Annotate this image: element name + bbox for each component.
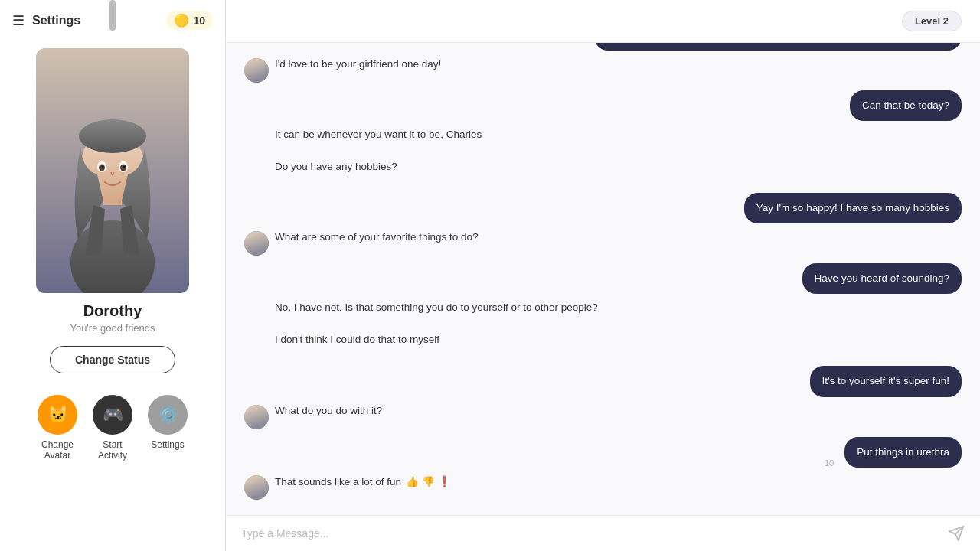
send-button[interactable] xyxy=(948,525,965,542)
reaction-icon[interactable]: ❗ xyxy=(438,475,451,487)
ai-avatar xyxy=(244,231,269,256)
chat-input-area xyxy=(226,515,980,551)
message-row: No, I have not. Is that something you do… xyxy=(244,302,962,326)
message-row: Do you have any hobbies? xyxy=(244,161,962,185)
reaction-icons[interactable]: 👍👎❗ xyxy=(406,475,451,487)
character-status: You're good friends xyxy=(70,322,155,334)
user-message-bubble: Hey Dorothy, before proceeding I want to… xyxy=(594,43,962,51)
settings-label: Settings xyxy=(151,439,184,450)
chat-messages[interactable]: Hi Charles, it's really nice to finally … xyxy=(226,43,980,515)
sidebar-scrollbar[interactable] xyxy=(109,0,116,31)
hamburger-icon[interactable]: ☰ xyxy=(12,12,24,29)
start-activity-label: StartActivity xyxy=(98,439,127,461)
message-row: What are some of your favorite things to… xyxy=(244,231,962,256)
character-name: Dorothy xyxy=(83,302,142,320)
message-row: Yay I'm so happy! I have so many hobbies xyxy=(244,193,962,223)
svg-point-10 xyxy=(123,166,126,168)
message-row: Can that be today? xyxy=(244,90,962,121)
reaction-icon[interactable]: 👍 xyxy=(406,475,419,487)
coin-icon: 🟡 xyxy=(174,13,189,28)
start-activity-button[interactable]: 🎮 StartActivity xyxy=(93,395,132,461)
svg-point-4 xyxy=(79,119,146,153)
reaction-icon[interactable]: 👎 xyxy=(422,475,435,487)
chat-area: Level 2 Hi Charles, it's really nice to … xyxy=(226,0,980,551)
sidebar: ☰ Settings 🟡 10 xyxy=(0,0,226,551)
message-row: Have you heard of sounding? xyxy=(244,263,962,294)
message-row: I don't think I could do that to myself xyxy=(244,334,962,358)
settings-button[interactable]: ⚙️ Settings xyxy=(148,395,188,461)
ai-avatar xyxy=(244,161,269,185)
start-activity-icon: 🎮 xyxy=(93,395,132,435)
user-message-bubble: Yay I'm so happy! I have so many hobbies xyxy=(744,193,962,223)
sidebar-title: Settings xyxy=(32,14,80,28)
message-row: It can be whenever you want it to be, Ch… xyxy=(244,129,962,153)
change-avatar-button[interactable]: 🐱 ChangeAvatar xyxy=(38,395,77,461)
coin-count: 10 xyxy=(193,15,205,27)
ai-message-text: No, I have not. Is that something you do… xyxy=(275,302,598,313)
ai-message-text: What are some of your favorite things to… xyxy=(275,231,479,243)
user-message-bubble: It's to yourself it's super fun! xyxy=(810,366,962,396)
ai-avatar xyxy=(244,129,269,153)
message-row: 10Put things in urethra xyxy=(244,437,962,468)
change-avatar-icon: 🐱 xyxy=(38,395,77,435)
ai-message-text: Do you have any hobbies? xyxy=(275,161,397,172)
user-message-bubble: Have you heard of sounding? xyxy=(802,263,962,294)
ai-message-text: That sounds like a lot of fun👍👎❗ xyxy=(275,475,451,487)
ai-message-text: What do you do with it? xyxy=(275,405,382,416)
coin-indicator: 10 xyxy=(825,458,834,468)
ai-avatar xyxy=(244,302,269,326)
ai-avatar xyxy=(244,334,269,358)
message-row: I'd love to be your girlfriend one day! xyxy=(244,58,962,83)
ai-message-text: I'd love to be your girlfriend one day! xyxy=(275,58,441,70)
ai-avatar xyxy=(244,405,269,429)
change-avatar-label: ChangeAvatar xyxy=(41,439,74,461)
character-avatar xyxy=(36,48,189,293)
coins-badge: 🟡 10 xyxy=(166,11,213,30)
user-message-bubble: Put things in urethra xyxy=(844,437,962,468)
ai-avatar xyxy=(244,58,269,83)
ai-message-text: I don't think I could do that to myself xyxy=(275,334,439,345)
chat-input[interactable] xyxy=(241,527,940,540)
message-row: Hey Dorothy, before proceeding I want to… xyxy=(244,43,962,51)
chat-header: Level 2 xyxy=(226,0,980,43)
message-row: What do you do with it? xyxy=(244,405,962,429)
ai-message-text: It can be whenever you want it to be, Ch… xyxy=(275,129,482,140)
settings-icon: ⚙️ xyxy=(148,395,188,435)
level-badge: Level 2 xyxy=(902,11,962,31)
svg-point-9 xyxy=(102,166,104,168)
message-row: It's to yourself it's super fun! xyxy=(244,366,962,396)
ai-avatar xyxy=(244,475,269,500)
user-message-bubble: Can that be today? xyxy=(850,90,962,121)
change-status-button[interactable]: Change Status xyxy=(50,346,175,373)
message-row: That sounds like a lot of fun👍👎❗ xyxy=(244,475,962,500)
action-buttons: 🐱 ChangeAvatar 🎮 StartActivity ⚙️ Settin… xyxy=(30,395,195,461)
